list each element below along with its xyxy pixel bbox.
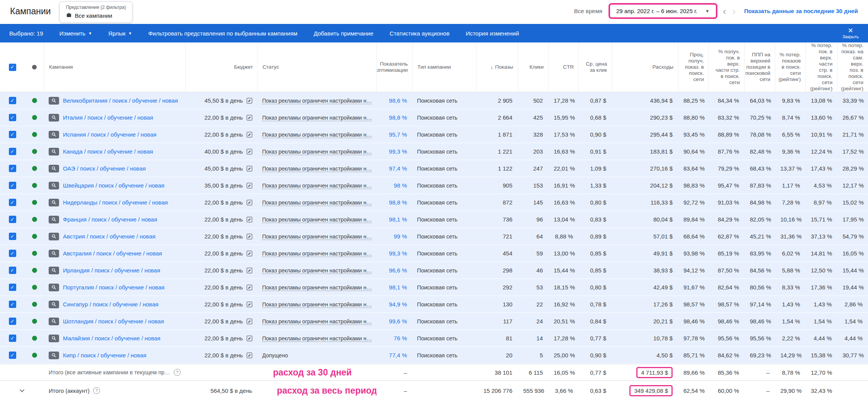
row-checkbox[interactable]: ✓ [9, 318, 16, 325]
edit-budget-icon[interactable] [246, 165, 253, 172]
column-header-impr_share[interactable]: Проц. получ. показ. в поиск. сети [678, 42, 709, 92]
column-header-status[interactable]: Статус [258, 42, 376, 92]
edit-budget-icon[interactable] [246, 148, 253, 155]
column-header-lost_abs_top_rank[interactable]: % потер. показ. на сам. верх. поз. в пои… [837, 42, 868, 92]
row-checkbox[interactable]: ✓ [9, 267, 16, 274]
column-header-budget[interactable]: Бюджет [185, 42, 258, 92]
detail-zoom-icon[interactable] [49, 267, 59, 274]
optimization-score-link[interactable]: 98,8 % [389, 199, 407, 206]
campaign-link[interactable]: Австралия / поиск / обучение / новая [63, 250, 162, 257]
edit-budget-icon[interactable] [246, 284, 253, 291]
optimization-score-link[interactable]: 99,3 % [389, 148, 407, 155]
campaign-link[interactable]: Кипр / поиск / обучение / новая [63, 352, 146, 359]
edit-menu-button[interactable]: Изменить ▼ [59, 30, 92, 37]
detail-zoom-icon[interactable] [49, 233, 59, 240]
column-header-abs_top_share[interactable]: ППП на верхней позиции в поисковой сети [744, 42, 775, 92]
optimization-score-link[interactable]: 98,1 % [389, 284, 407, 291]
optimization-score-link[interactable]: 96,6 % [389, 267, 407, 274]
edit-budget-icon[interactable] [246, 250, 253, 257]
campaign-link[interactable]: Канада / поиск / обучение / новая [63, 148, 153, 155]
edit-budget-icon[interactable] [246, 335, 253, 342]
detail-zoom-icon[interactable] [49, 131, 59, 139]
detail-zoom-icon[interactable] [49, 97, 59, 105]
detail-zoom-icon[interactable] [49, 199, 59, 206]
row-checkbox[interactable]: ✓ [9, 97, 16, 104]
detail-zoom-icon[interactable] [49, 335, 59, 342]
add-note-button[interactable]: Добавить примечание [314, 30, 373, 37]
column-header-clicks[interactable]: Клики [518, 42, 548, 92]
detail-zoom-icon[interactable] [49, 284, 59, 291]
optimization-score-link[interactable]: 98 % [394, 182, 407, 189]
detail-zoom-icon[interactable] [49, 250, 59, 257]
optimization-score-link[interactable]: 95,7 % [389, 131, 407, 138]
edit-budget-icon[interactable] [246, 114, 253, 121]
edit-budget-icon[interactable] [246, 352, 253, 359]
optimization-score-link[interactable]: 99,6 % [389, 318, 407, 325]
optimization-score-link[interactable]: 97,4 % [389, 165, 407, 172]
campaign-link[interactable]: Австрия / поиск / обучение / новая [63, 233, 156, 240]
campaign-link[interactable]: Малайзия / поиск / обучение / новая [63, 335, 160, 342]
campaign-link[interactable]: Сингапур / поиск / обучение / новая [63, 301, 158, 308]
column-header-impressions[interactable]: ↓Показы [476, 42, 518, 92]
help-icon[interactable]: ? [174, 369, 181, 376]
change-history-button[interactable]: История изменений [466, 30, 519, 37]
detail-zoom-icon[interactable] [49, 114, 59, 122]
optimization-score-link[interactable]: 99 % [394, 233, 407, 240]
view-filter-popup[interactable]: Представление (2 фильтра) Все кампании [59, 2, 133, 23]
optimization-score-link[interactable]: 98,1 % [389, 216, 407, 223]
row-checkbox[interactable]: ✓ [9, 301, 16, 308]
optimization-score-link[interactable]: 76 % [394, 335, 407, 342]
date-range-picker[interactable]: 29 апр. 2022 г. – 6 июн. 2025 г. ▼ [609, 3, 717, 19]
campaign-link[interactable]: Франция / поиск / обучение / новая [63, 216, 157, 223]
label-menu-button[interactable]: Ярлык ▼ [108, 30, 132, 37]
detail-zoom-icon[interactable] [49, 352, 59, 359]
row-checkbox[interactable]: ✓ [9, 114, 16, 121]
optimization-score-link[interactable]: 98,6 % [389, 97, 407, 104]
column-header-campaign[interactable]: Кампания [44, 42, 185, 92]
edit-budget-icon[interactable] [246, 216, 253, 223]
campaign-link[interactable]: Нидерланды / поиск / обучение / новая [63, 199, 168, 206]
close-selection-button[interactable]: ✕ Закрыть [843, 27, 859, 39]
detail-zoom-icon[interactable] [49, 148, 59, 156]
detail-zoom-icon[interactable] [49, 182, 59, 189]
campaign-link[interactable]: Шотландия / поиск / обучение / новая [63, 318, 164, 325]
campaign-link[interactable]: Великобритания / поиск / обучение / нова… [63, 97, 178, 104]
row-checkbox[interactable]: ✓ [9, 182, 16, 189]
row-checkbox[interactable]: ✓ [9, 284, 16, 291]
help-icon[interactable]: ? [93, 387, 100, 394]
column-header-ctr[interactable]: CTR [548, 42, 578, 92]
optimization-score-link[interactable]: 99,3 % [389, 250, 407, 257]
column-header-type[interactable]: Тип кампании [412, 42, 476, 92]
row-checkbox[interactable]: ✓ [9, 216, 16, 223]
column-header-cost[interactable]: Расходы [612, 42, 678, 92]
edit-budget-icon[interactable] [246, 131, 253, 138]
detail-zoom-icon[interactable] [49, 216, 59, 223]
edit-budget-icon[interactable] [246, 301, 253, 308]
edit-budget-icon[interactable] [246, 97, 253, 104]
edit-budget-icon[interactable] [246, 182, 253, 189]
auction-insights-button[interactable]: Статистика аукционов [390, 30, 449, 37]
detail-zoom-icon[interactable] [49, 165, 59, 172]
detail-zoom-icon[interactable] [49, 301, 59, 308]
campaign-link[interactable]: Португалия / поиск / обучение / новая [63, 284, 164, 291]
campaign-link[interactable]: Испания / поиск / обучение / новая [63, 131, 156, 138]
row-checkbox[interactable]: ✓ [9, 335, 16, 342]
column-header-top_impr_share[interactable]: % получ. пок. в верх. части стр. в поиск… [709, 42, 744, 92]
column-header-lost_is_rank[interactable]: % потер. показов в поиск. сети (рейтинг) [775, 42, 805, 92]
row-checkbox[interactable]: ✓ [9, 233, 16, 240]
detail-zoom-icon[interactable] [49, 318, 59, 325]
row-checkbox[interactable]: ✓ [9, 165, 16, 172]
row-checkbox[interactable]: ✓ [9, 199, 16, 206]
column-header-opt_score[interactable]: Показатель оптимизации [376, 42, 412, 92]
edit-budget-icon[interactable] [246, 233, 253, 240]
show-last-30-days-link[interactable]: Показать данные за последние 30 дней [744, 8, 858, 14]
optimization-score-link[interactable]: 98,8 % [389, 114, 407, 121]
campaign-link[interactable]: Швейцария / поиск / обучение / новая [63, 182, 164, 189]
column-header-cpc[interactable]: Ср. цена за клик [578, 42, 612, 92]
optimization-score-link[interactable]: 77,4 % [389, 352, 407, 358]
campaign-link[interactable]: Италия / поиск / обучение / новая [63, 114, 153, 121]
row-checkbox[interactable]: ✓ [9, 250, 16, 257]
edit-budget-icon[interactable] [246, 199, 253, 206]
edit-budget-icon[interactable] [246, 267, 253, 274]
expand-account-total-button[interactable] [0, 386, 44, 395]
